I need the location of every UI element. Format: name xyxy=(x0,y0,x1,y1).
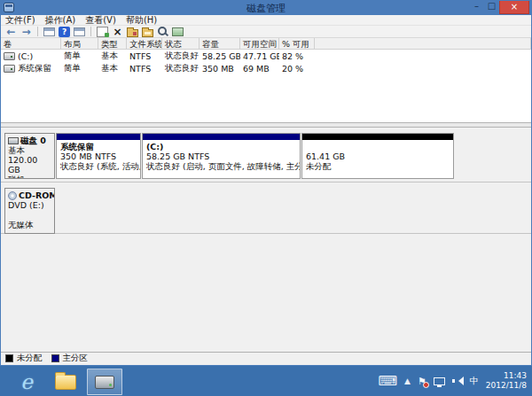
column-header-type[interactable]: 类型 xyxy=(98,38,127,49)
partition-status: 状态良好 (系统, 活动, 主分区) xyxy=(60,161,137,171)
column-header-layout[interactable]: 布局 xyxy=(61,38,98,49)
minimize-button[interactable]: – xyxy=(469,1,484,12)
cdrom-name: CD-ROM 0 xyxy=(19,190,55,200)
taskbar-clock[interactable]: 11:43 2012/11/8 xyxy=(486,371,528,391)
window-title: 磁盘管理 xyxy=(1,2,531,15)
partition-color-bar xyxy=(143,134,300,140)
taskbar-disk-management-button[interactable] xyxy=(87,369,122,395)
partition-color-bar xyxy=(302,134,453,140)
volume-filesystem: NTFS xyxy=(127,64,162,74)
taskbar-file-explorer-button[interactable] xyxy=(48,369,83,395)
column-header-status[interactable]: 状态 xyxy=(162,38,200,49)
show-console-tree-icon[interactable] xyxy=(43,27,55,36)
taskbar-buttons: e xyxy=(9,366,122,396)
search-icon[interactable] xyxy=(157,26,168,37)
volume-icon xyxy=(4,52,15,60)
menu-file[interactable]: 文件(F) xyxy=(5,14,35,27)
partition-c[interactable]: (C:) 58.25 GB NTFS 状态良好 (启动, 页面文件, 故障转储,… xyxy=(142,133,301,179)
disk-row: CD-ROM 0 DVD (E:) 无媒体 xyxy=(1,182,531,234)
help-icon[interactable]: ? xyxy=(59,27,70,37)
menu-bar: 文件(F) 操作(A) 查看(V) 帮助(H) xyxy=(1,15,531,26)
cdrom-status: 无媒体 xyxy=(8,220,51,229)
disk0-info-cell[interactable]: 磁盘 0 基本 120.00 GB 联机 xyxy=(4,133,55,179)
toolbar-separator xyxy=(90,27,91,36)
volume-type: 基本 xyxy=(98,63,127,74)
touch-keyboard-icon[interactable]: ⌨ xyxy=(378,375,397,388)
export-list-icon[interactable] xyxy=(74,27,85,36)
disk-management-icon xyxy=(95,376,114,389)
rescan-disks-icon[interactable] xyxy=(172,27,184,36)
partition-status: 状态良好 (启动, 页面文件, 故障转储, 主分区) xyxy=(146,161,296,171)
volume-capacity: 58.25 GB xyxy=(200,51,240,61)
action-center-flag-icon[interactable]: ⚑ xyxy=(418,376,426,387)
internet-explorer-icon: e xyxy=(20,372,33,392)
taskbar: e ⌨ ▲ ⚑ 中 11:43 2012/11/8 xyxy=(0,366,532,396)
legend-item-unallocated: 未分配 xyxy=(5,353,43,364)
network-icon[interactable] xyxy=(434,377,445,385)
explore-icon[interactable] xyxy=(142,29,153,37)
maximize-button[interactable]: □ xyxy=(484,1,499,12)
volume-icon xyxy=(4,65,15,73)
volume-freespace: 47.71 GB xyxy=(240,51,279,61)
disk-name: 磁盘 0 xyxy=(20,136,46,145)
table-row[interactable]: 系统保留 简单 基本 NTFS 状态良好 (... 350 MB 69 MB 2… xyxy=(1,62,531,74)
forward-icon[interactable]: → xyxy=(20,26,32,37)
refresh-icon[interactable] xyxy=(97,27,108,37)
cdrom-icon xyxy=(8,191,17,200)
desktop: 磁盘管理 – □ × 文件(F) 操作(A) 查看(V) 帮助(H) ← → ?… xyxy=(0,0,532,396)
column-header-freespace[interactable]: 可用空间 xyxy=(240,38,279,49)
column-header-volume[interactable]: 卷 xyxy=(1,38,61,49)
volume-freespace: 69 MB xyxy=(240,64,279,74)
cdrom-media-letter: DVD (E:) xyxy=(8,200,51,210)
disk-icon xyxy=(8,137,19,144)
table-row[interactable]: (C:) 简单 基本 NTFS 状态良好 (... 58.25 GB 47.71… xyxy=(1,50,531,62)
menu-action[interactable]: 操作(A) xyxy=(45,14,76,27)
volume-status: 状态良好 (... xyxy=(162,63,200,74)
volume-layout: 简单 xyxy=(61,63,98,74)
partition-title: 系统保留 xyxy=(60,142,137,151)
delete-icon[interactable]: × xyxy=(112,26,123,37)
partition-unallocated[interactable]: 61.41 GB 未分配 xyxy=(301,133,454,179)
disk-management-window: 磁盘管理 – □ × 文件(F) 操作(A) 查看(V) 帮助(H) ← → ?… xyxy=(0,0,532,366)
properties-icon[interactable] xyxy=(127,29,138,37)
back-icon[interactable]: ← xyxy=(5,26,17,37)
menu-view[interactable]: 查看(V) xyxy=(85,14,116,27)
volume-name: 系统保留 xyxy=(18,63,51,74)
taskbar-internet-explorer-button[interactable]: e xyxy=(9,369,44,395)
partition-detail: 350 MB NTFS xyxy=(60,151,137,161)
volume-layout: 简单 xyxy=(61,50,98,62)
close-button[interactable]: × xyxy=(499,1,529,14)
partition-system-reserved[interactable]: 系统保留 350 MB NTFS 状态良好 (系统, 活动, 主分区) xyxy=(56,133,141,179)
toolbar: ← → ? × xyxy=(1,26,531,38)
legend-label: 主分区 xyxy=(63,353,89,364)
volume-name: (C:) xyxy=(18,51,33,61)
partition-detail: 61.41 GB xyxy=(306,151,450,161)
column-header-filesystem[interactable]: 文件系统 xyxy=(127,38,162,49)
column-header-capacity[interactable]: 容量 xyxy=(200,38,240,49)
legend-label: 未分配 xyxy=(17,353,43,364)
cdrom0-info-cell[interactable]: CD-ROM 0 DVD (E:) 无媒体 xyxy=(4,188,55,234)
toolbar-separator xyxy=(37,27,38,36)
tray-overflow-icon[interactable]: ▲ xyxy=(404,377,411,385)
unallocated-swatch xyxy=(5,354,13,362)
disk-row: 磁盘 0 基本 120.00 GB 联机 系统保留 350 MB NTFS 状态… xyxy=(1,128,531,182)
ime-indicator[interactable]: 中 xyxy=(470,375,479,387)
volume-list-header: 卷 布局 类型 文件系统 状态 容量 可用空间 % 可用 xyxy=(1,38,531,50)
system-tray: ⌨ ▲ ⚑ 中 11:43 2012/11/8 xyxy=(378,366,528,396)
clock-date: 2012/11/8 xyxy=(486,381,527,391)
volume-pctfree: 82 % xyxy=(279,51,315,61)
volume-status: 状态良好 (... xyxy=(162,50,200,62)
title-bar[interactable]: 磁盘管理 – □ × xyxy=(1,1,531,15)
disk-size: 120.00 GB xyxy=(8,155,51,175)
volume-type: 基本 xyxy=(98,50,127,62)
graphical-view: 磁盘 0 基本 120.00 GB 联机 系统保留 350 MB NTFS 状态… xyxy=(1,128,531,352)
partition-title: (C:) xyxy=(146,142,296,151)
menu-help[interactable]: 帮助(H) xyxy=(126,14,157,27)
column-header-filler xyxy=(315,38,531,49)
disk-type: 基本 xyxy=(8,145,51,155)
file-explorer-icon xyxy=(55,375,76,390)
legend-bar: 未分配 主分区 xyxy=(1,352,531,364)
column-header-pctfree[interactable]: % 可用 xyxy=(279,38,315,49)
speaker-icon[interactable] xyxy=(452,377,463,385)
partition-color-bar xyxy=(57,134,140,140)
